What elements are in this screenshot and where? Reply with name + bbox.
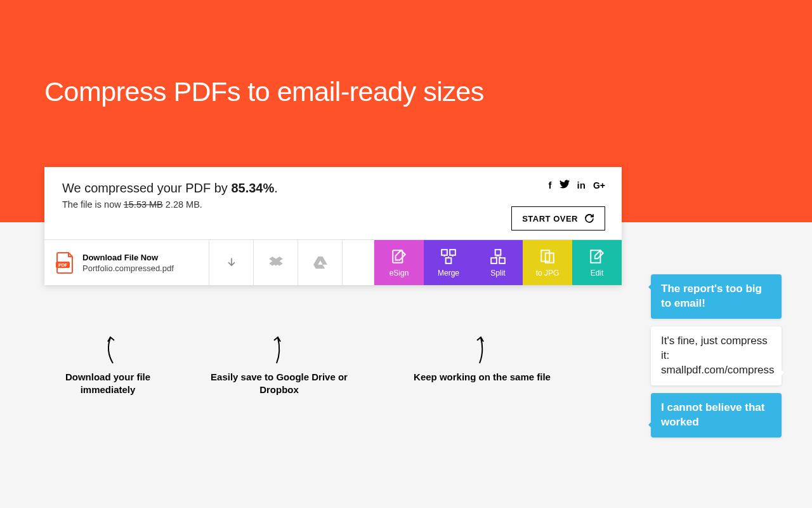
- svg-rect-7: [491, 258, 497, 264]
- toolbar-spacer: [343, 240, 374, 285]
- size-suffix: .: [200, 199, 202, 210]
- arrow-icon: [95, 335, 121, 366]
- tool-edit[interactable]: Edit: [572, 240, 622, 285]
- social-share: f in G+: [549, 180, 605, 190]
- download-title: Download File Now: [82, 253, 174, 262]
- result-panel: We compressed your PDF by 85.34%. The fi…: [44, 167, 622, 285]
- arrow-icon: [469, 335, 495, 366]
- tool-edit-label: Edit: [591, 269, 604, 277]
- size-prefix: The file is now: [62, 199, 124, 210]
- merge-icon: [440, 248, 457, 265]
- dropbox-icon: [269, 257, 283, 269]
- download-icon: [225, 257, 238, 269]
- panel-header: We compressed your PDF by 85.34%. The fi…: [44, 167, 622, 239]
- tool-merge-label: Merge: [438, 269, 459, 277]
- split-icon: [490, 248, 506, 265]
- edit-icon: [589, 248, 605, 265]
- refresh-icon: [584, 213, 594, 224]
- chat-msg-3: I cannot believe that worked: [651, 393, 782, 438]
- googledrive-button[interactable]: [298, 240, 343, 285]
- svg-rect-2: [393, 250, 402, 263]
- start-over-label: START OVER: [522, 214, 578, 224]
- tojpg-icon: [539, 248, 556, 265]
- annotation-cloud-text: Easily save to Google Drive or Dropbox: [209, 371, 349, 397]
- pdf-file-icon: PDF: [56, 251, 75, 274]
- annotation-tools: Keep working on the same file: [412, 335, 552, 384]
- download-file-button[interactable]: PDF Download File Now Portfolio.compress…: [44, 240, 209, 285]
- size-old: 15.53 MB: [124, 199, 163, 210]
- action-toolbar: PDF Download File Now Portfolio.compress…: [44, 239, 622, 285]
- annotation-download: Download your file immediately: [38, 335, 178, 397]
- chat-conversation: The report's too big to email! It's fine…: [651, 274, 782, 445]
- annotation-tools-text: Keep working on the same file: [412, 371, 552, 384]
- start-over-button[interactable]: START OVER: [511, 206, 605, 231]
- svg-rect-8: [499, 258, 505, 264]
- annotation-cloud: Easily save to Google Drive or Dropbox: [209, 335, 349, 397]
- tool-tojpg-label: to JPG: [536, 269, 560, 277]
- tool-merge[interactable]: Merge: [424, 240, 473, 285]
- summary-prefix: We compressed your PDF by: [62, 181, 231, 195]
- facebook-icon[interactable]: f: [549, 180, 552, 190]
- svg-text:PDF: PDF: [58, 263, 68, 267]
- size-new: 2.28 MB: [166, 199, 200, 210]
- tool-esign[interactable]: eSign: [374, 240, 424, 285]
- summary-percent: 85.34%: [231, 181, 274, 195]
- arrow-icon: [266, 335, 292, 366]
- summary-suffix: .: [274, 181, 278, 195]
- tool-split[interactable]: Split: [473, 240, 523, 285]
- svg-rect-5: [446, 258, 452, 264]
- googledrive-icon: [313, 257, 327, 269]
- svg-rect-6: [495, 250, 501, 255]
- dropbox-button[interactable]: [254, 240, 298, 285]
- tool-esign-label: eSign: [390, 269, 409, 277]
- svg-rect-4: [450, 250, 455, 255]
- download-text: Download File Now Portfolio.compressed.p…: [82, 253, 174, 273]
- annotation-download-text: Download your file immediately: [38, 371, 178, 397]
- hero-title: Compress PDFs to email-ready sizes: [44, 76, 484, 107]
- googleplus-icon[interactable]: G+: [593, 180, 605, 190]
- download-arrow-button[interactable]: [209, 240, 254, 285]
- tool-split-label: Split: [490, 269, 505, 277]
- svg-rect-3: [442, 250, 447, 255]
- chat-msg-1: The report's too big to email!: [651, 274, 782, 319]
- twitter-icon[interactable]: [560, 180, 570, 190]
- esign-icon: [391, 248, 407, 265]
- download-filename: Portfolio.compressed.pdf: [82, 264, 174, 273]
- tool-tojpg[interactable]: to JPG: [523, 240, 572, 285]
- linkedin-icon[interactable]: in: [577, 180, 586, 190]
- compression-summary: We compressed your PDF by 85.34%.: [62, 181, 604, 196]
- chat-msg-2: It's fine, just compress it: smallpdf.co…: [651, 326, 782, 385]
